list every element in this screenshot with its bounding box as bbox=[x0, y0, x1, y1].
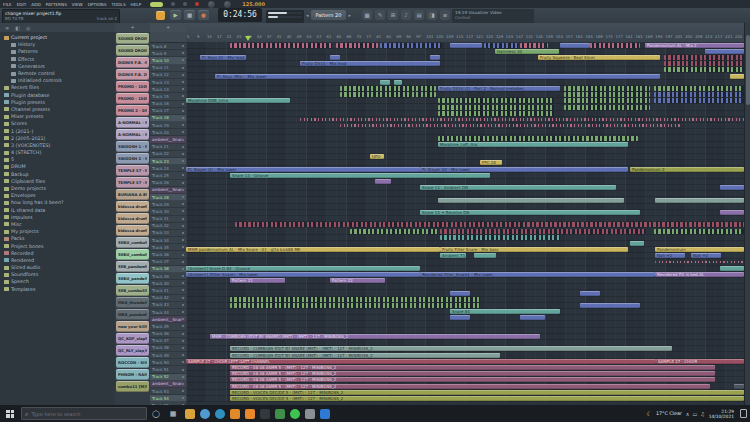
record-indicator[interactable] bbox=[195, 2, 199, 6]
track-mute-dot[interactable] bbox=[182, 174, 184, 176]
track-mute-dot[interactable] bbox=[182, 203, 184, 205]
track-mute-dot[interactable] bbox=[182, 153, 184, 155]
pattern-mute-dot[interactable] bbox=[145, 109, 148, 112]
browser-item[interactable]: Soundfonts bbox=[0, 271, 115, 278]
playlist-clip[interactable]: FL Keys (Mix) - Mix lower bbox=[215, 74, 660, 79]
playlist-grid[interactable]: Pandemonium AL - Mix 2Harmless 30FL Keys… bbox=[186, 42, 744, 402]
pattern-mute-dot[interactable] bbox=[145, 85, 148, 88]
playlist-clip[interactable] bbox=[450, 43, 482, 48]
playlist-clip[interactable]: Harmless 30 bbox=[495, 49, 559, 54]
taskbar-search[interactable]: ⌕ bbox=[21, 407, 147, 420]
pattern-button[interactable]: QC_KOF_slap_fake bbox=[116, 333, 149, 344]
playlist-clip[interactable] bbox=[580, 303, 640, 308]
playlist-clip[interactable]: FL Keys 01 - Mix lead bbox=[200, 55, 246, 60]
playlist-clip[interactable] bbox=[484, 43, 518, 48]
browser-item[interactable]: Mixer presets bbox=[0, 113, 115, 120]
playlist-clip[interactable]: Snare 84 bbox=[450, 309, 560, 314]
playlist-clip[interactable]: MSM - COMBO89 (EDIT BY SNARE) (MKT) - (M… bbox=[210, 334, 540, 339]
track-mute-dot[interactable] bbox=[182, 347, 184, 349]
track-mute-dot[interactable] bbox=[182, 318, 184, 320]
track-row[interactable]: Track 53 bbox=[150, 388, 186, 395]
track-name[interactable]: ambient__Snare 15 (2) bbox=[150, 187, 182, 192]
track-mute-dot[interactable] bbox=[182, 210, 184, 212]
playlist-clip[interactable] bbox=[450, 291, 470, 296]
track-name[interactable]: Track 30 bbox=[150, 209, 182, 214]
track-mute-dot[interactable] bbox=[182, 139, 184, 141]
playlist-clip[interactable] bbox=[235, 222, 744, 227]
track-mute-dot[interactable] bbox=[182, 397, 184, 399]
browser-item[interactable]: Current project bbox=[0, 34, 115, 41]
track-row[interactable]: Track 12 bbox=[150, 72, 186, 79]
playlist-clip[interactable]: Morphine_LoFi_Arp bbox=[438, 142, 628, 147]
pattern-button[interactable]: new your killica_kid bbox=[116, 321, 149, 332]
track-mute-dot[interactable] bbox=[182, 383, 184, 385]
track-mute-dot[interactable] bbox=[182, 88, 184, 90]
pattern-button[interactable]: QC_RLY_slap_ninja bbox=[116, 345, 149, 356]
track-row[interactable]: Track 42 bbox=[150, 295, 186, 302]
track-row[interactable]: Track 40 bbox=[150, 280, 186, 287]
playlist-clip[interactable]: Nah +2 bbox=[655, 253, 685, 258]
playlist-clip[interactable] bbox=[654, 92, 744, 97]
track-name[interactable]: Track 16 bbox=[150, 101, 182, 106]
taskbar-app-dark-app[interactable] bbox=[260, 409, 270, 419]
track-name[interactable]: Track 43 bbox=[150, 302, 182, 307]
track-name[interactable]: Track 22 bbox=[150, 151, 182, 156]
pattern-mute-dot[interactable] bbox=[145, 301, 148, 304]
track-row[interactable]: Track 30 bbox=[150, 208, 186, 215]
playlist-clip[interactable] bbox=[430, 55, 440, 60]
track-name[interactable]: Track 14 bbox=[150, 87, 182, 92]
playlist-clip[interactable]: Nah +2 bbox=[691, 253, 721, 258]
browser-item[interactable]: Channel presets bbox=[0, 106, 115, 113]
toolbar-icon-0[interactable]: ▦ bbox=[362, 10, 372, 20]
track-name[interactable]: Track 11 bbox=[150, 65, 182, 70]
pattern-button[interactable]: SSBU_pandemic_pet bbox=[116, 273, 149, 284]
track-mute-dot[interactable] bbox=[182, 289, 184, 291]
taskbar-app-fl-studio[interactable] bbox=[230, 409, 240, 419]
pattern-button[interactable]: MK8_pandemonia_w bbox=[116, 309, 149, 320]
track-row[interactable]: Track 21 bbox=[150, 144, 186, 151]
browser-item[interactable]: DRUM bbox=[0, 163, 115, 170]
track-name[interactable]: Track 9 bbox=[150, 51, 182, 56]
track-row[interactable]: Track 8 bbox=[150, 43, 186, 50]
track-name[interactable]: Track 48 bbox=[150, 345, 182, 350]
playlist-clip[interactable]: MSM pandemonium AL - Mix Snare - 01 - gt… bbox=[186, 247, 440, 252]
track-row[interactable]: Track 19 bbox=[150, 122, 186, 129]
menu-item-file[interactable]: FILE bbox=[3, 2, 12, 7]
playlist-clip[interactable] bbox=[734, 384, 744, 389]
playlist-clip[interactable] bbox=[440, 235, 560, 240]
playlist-clip[interactable]: FL Slayer (2) - Mix lower bbox=[186, 167, 420, 172]
taskbar-app-green-app[interactable] bbox=[275, 409, 285, 419]
playlist-area[interactable]: 5913172125293337414549535761656973778185… bbox=[186, 23, 744, 405]
playlist-clip[interactable] bbox=[654, 86, 744, 91]
pattern-mute-dot[interactable] bbox=[145, 385, 148, 388]
track-name[interactable]: Track 37 bbox=[150, 259, 182, 264]
pattern-mute-dot[interactable] bbox=[145, 325, 148, 328]
playlist-clip[interactable] bbox=[730, 74, 744, 79]
playlist-clip[interactable]: Snare 13 - Ambient DN bbox=[420, 185, 616, 190]
track-name[interactable]: Track 44 bbox=[150, 310, 182, 315]
track-name[interactable]: Track 42 bbox=[150, 295, 182, 300]
playlist-clip[interactable] bbox=[438, 198, 624, 203]
browser-item[interactable]: 5 bbox=[0, 156, 115, 163]
pattern-next-icon[interactable]: ▸ bbox=[348, 12, 351, 18]
track-row[interactable]: ambient__Snare 17 (2) bbox=[150, 316, 186, 323]
playlist-clip[interactable] bbox=[300, 118, 744, 121]
track-name[interactable]: Track 31 bbox=[150, 216, 182, 221]
track-name[interactable]: Track 39 bbox=[150, 274, 182, 279]
browser-item[interactable]: 1 (2021-) bbox=[0, 127, 115, 134]
playlist-clip[interactable]: Pandemonium bbox=[655, 247, 744, 252]
pattern-button[interactable]: kidocca drum 1 - FIL bbox=[116, 201, 149, 212]
browser-item[interactable]: Scores bbox=[0, 120, 115, 127]
track-mute-dot[interactable] bbox=[182, 340, 184, 342]
track-row[interactable]: Track 16 bbox=[150, 101, 186, 108]
track-row[interactable]: Track 49 bbox=[150, 352, 186, 359]
playlist-clip[interactable]: FPC 28 bbox=[480, 160, 502, 165]
weather-text[interactable]: 17°C Clear bbox=[656, 411, 682, 416]
track-mute-dot[interactable] bbox=[182, 218, 184, 220]
tray-icon-0[interactable]: ∧ bbox=[686, 411, 690, 417]
track-mute-dot[interactable] bbox=[182, 95, 184, 97]
track-mute-dot[interactable] bbox=[182, 311, 184, 313]
track-name[interactable]: ambient__Snare 13 (2) bbox=[150, 137, 182, 142]
pattern-mute-dot[interactable] bbox=[145, 37, 148, 40]
track-row[interactable]: Track 41 bbox=[150, 287, 186, 294]
